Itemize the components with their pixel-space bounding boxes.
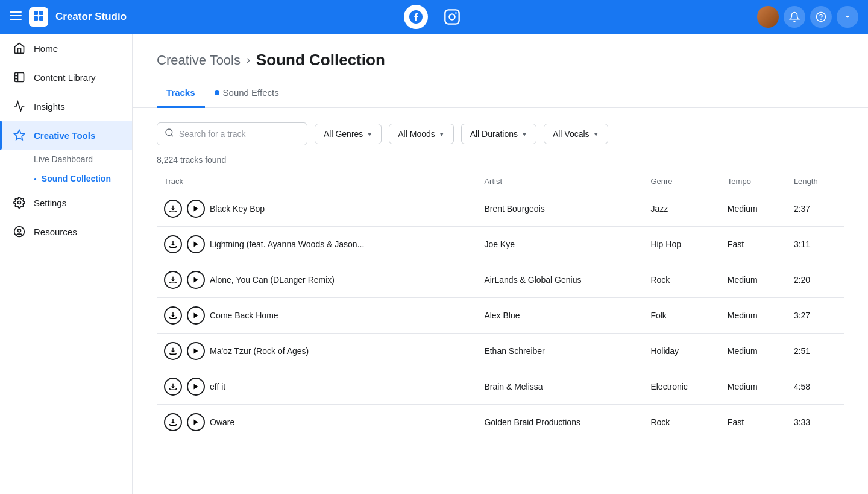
- track-length-0: 2:37: [787, 191, 844, 227]
- play-button-4[interactable]: [187, 342, 205, 360]
- sidebar-item-content-library[interactable]: Content Library: [0, 63, 132, 92]
- track-cell-inner-0: Black Key Bop: [164, 200, 470, 218]
- download-button-5[interactable]: [164, 378, 182, 396]
- svg-marker-26: [194, 420, 198, 425]
- hamburger-button[interactable]: [10, 10, 22, 25]
- download-button-1[interactable]: [164, 235, 182, 253]
- tracks-table: Track Artist Genre Tempo Length: [157, 172, 844, 440]
- user-avatar[interactable]: [757, 6, 779, 28]
- track-tempo-0: Medium: [720, 191, 787, 227]
- svg-rect-2: [10, 19, 22, 20]
- sidebar-item-home[interactable]: Home: [0, 34, 132, 63]
- col-artist: Artist: [477, 172, 643, 191]
- col-genre: Genre: [643, 172, 720, 191]
- breadcrumb-current: Sound Collection: [256, 51, 385, 69]
- sound-collection-label: Sound Collection: [42, 174, 111, 183]
- download-button-6[interactable]: [164, 413, 182, 431]
- sidebar-item-insights[interactable]: Insights: [0, 92, 132, 121]
- topbar-left: Creator Studio: [10, 7, 127, 27]
- track-name-0: Black Key Bop: [210, 204, 265, 214]
- search-box[interactable]: [157, 122, 307, 145]
- genre-filter[interactable]: All Genres ▼: [315, 124, 382, 144]
- download-button-3[interactable]: [164, 306, 182, 325]
- sidebar-item-settings[interactable]: Settings: [0, 188, 132, 217]
- svg-rect-13: [15, 73, 24, 82]
- track-cell-inner-2: Alone, You Can (DLanger Remix): [164, 271, 470, 289]
- svg-marker-22: [194, 277, 198, 283]
- sidebar-sub-sound-collection[interactable]: Sound Collection: [0, 169, 132, 188]
- sidebar-sub-live-dashboard[interactable]: Live Dashboard: [0, 150, 132, 169]
- platform-facebook[interactable]: [404, 5, 428, 29]
- search-input[interactable]: [179, 129, 300, 139]
- creative-tools-label: Creative Tools: [34, 130, 95, 141]
- track-cell-inner-6: Oware: [164, 413, 470, 431]
- track-length-4: 2:51: [787, 334, 844, 369]
- tab-tracks[interactable]: Tracks: [157, 79, 205, 108]
- track-cell-4: Ma'oz Tzur (Rock of Ages): [157, 334, 477, 369]
- table-header: Track Artist Genre Tempo Length: [157, 172, 844, 191]
- vocals-filter-label: All Vocals: [553, 129, 590, 139]
- insights-icon: [12, 99, 27, 113]
- track-cell-inner-3: Come Back Home: [164, 306, 470, 325]
- table-header-row: Track Artist Genre Tempo Length: [157, 172, 844, 191]
- track-length-6: 3:33: [787, 405, 844, 440]
- resources-label: Resources: [34, 227, 77, 237]
- svg-marker-23: [194, 313, 198, 318]
- svg-point-9: [449, 14, 454, 19]
- play-button-2[interactable]: [187, 271, 205, 289]
- play-button-0[interactable]: [187, 200, 205, 218]
- track-tempo-4: Medium: [720, 334, 787, 369]
- track-genre-3: Folk: [643, 298, 720, 334]
- breadcrumb-area: Creative Tools › Sound Collection: [133, 34, 868, 79]
- help-button[interactable]: [810, 6, 832, 28]
- track-artist-4: Ethan Schreiber: [477, 334, 643, 369]
- play-button-5[interactable]: [187, 378, 205, 396]
- track-tempo-3: Medium: [720, 298, 787, 334]
- track-cell-2: Alone, You Can (DLanger Remix): [157, 262, 477, 298]
- track-tempo-6: Fast: [720, 405, 787, 440]
- svg-rect-5: [34, 16, 38, 21]
- breadcrumb-parent[interactable]: Creative Tools: [157, 52, 241, 68]
- track-name-3: Come Back Home: [210, 311, 278, 320]
- track-cell-5: eff it: [157, 369, 477, 405]
- tabs: Tracks Sound Effects: [157, 79, 844, 107]
- duration-filter[interactable]: All Durations ▼: [461, 124, 536, 144]
- home-icon: [12, 41, 27, 55]
- svg-line-19: [171, 135, 173, 136]
- svg-point-15: [18, 201, 21, 204]
- track-genre-5: Electronic: [643, 369, 720, 405]
- svg-point-10: [455, 12, 457, 14]
- play-button-6[interactable]: [187, 413, 205, 431]
- settings-icon: [12, 195, 27, 210]
- track-name-2: Alone, You Can (DLanger Remix): [210, 275, 335, 285]
- play-button-3[interactable]: [187, 306, 205, 325]
- track-cell-inner-5: eff it: [164, 378, 470, 396]
- play-button-1[interactable]: [187, 235, 205, 253]
- sidebar-item-resources[interactable]: Resources: [0, 217, 132, 246]
- sidebar-item-creative-tools[interactable]: Creative Tools: [0, 121, 132, 150]
- table-row: Oware Golden Braid Productions Rock Fast…: [157, 405, 844, 440]
- tabs-area: Tracks Sound Effects: [133, 79, 868, 108]
- topbar-right: [757, 6, 858, 28]
- mood-filter[interactable]: All Moods ▼: [389, 124, 453, 144]
- download-button-2[interactable]: [164, 271, 182, 289]
- download-button-0[interactable]: [164, 200, 182, 218]
- track-artist-1: Joe Kye: [477, 227, 643, 262]
- search-icon: [165, 128, 174, 140]
- content-library-label: Content Library: [34, 72, 96, 83]
- creative-tools-icon: [12, 128, 27, 142]
- track-genre-6: Rock: [643, 405, 720, 440]
- mood-filter-label: All Moods: [398, 129, 435, 139]
- download-button-4[interactable]: [164, 342, 182, 360]
- vocals-filter[interactable]: All Vocals ▼: [544, 124, 608, 144]
- duration-filter-arrow: ▼: [521, 131, 527, 138]
- notifications-button[interactable]: [784, 6, 805, 28]
- dropdown-button[interactable]: [837, 6, 858, 28]
- platform-instagram[interactable]: [440, 5, 464, 29]
- svg-rect-3: [34, 11, 38, 15]
- tab-sound-effects[interactable]: Sound Effects: [205, 79, 289, 108]
- content-area: All Genres ▼ All Moods ▼ All Durations ▼…: [133, 108, 868, 455]
- content-library-icon: [12, 70, 27, 84]
- topbar: Creator Studio: [0, 0, 868, 34]
- track-genre-4: Holiday: [643, 334, 720, 369]
